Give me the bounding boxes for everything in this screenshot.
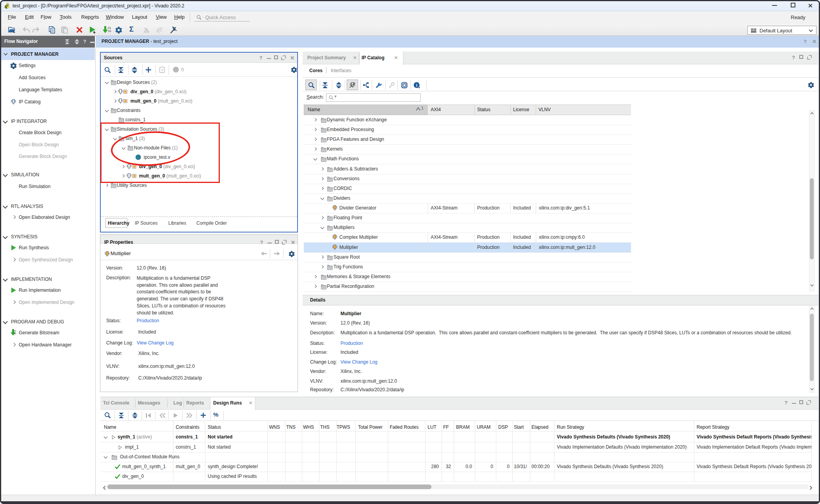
- svg-text:10: 10: [108, 29, 111, 33]
- svg-text:?: ?: [161, 68, 163, 72]
- svg-text:10: 10: [14, 332, 16, 335]
- svg-text:i: i: [416, 83, 417, 87]
- svg-text:01: 01: [14, 330, 16, 332]
